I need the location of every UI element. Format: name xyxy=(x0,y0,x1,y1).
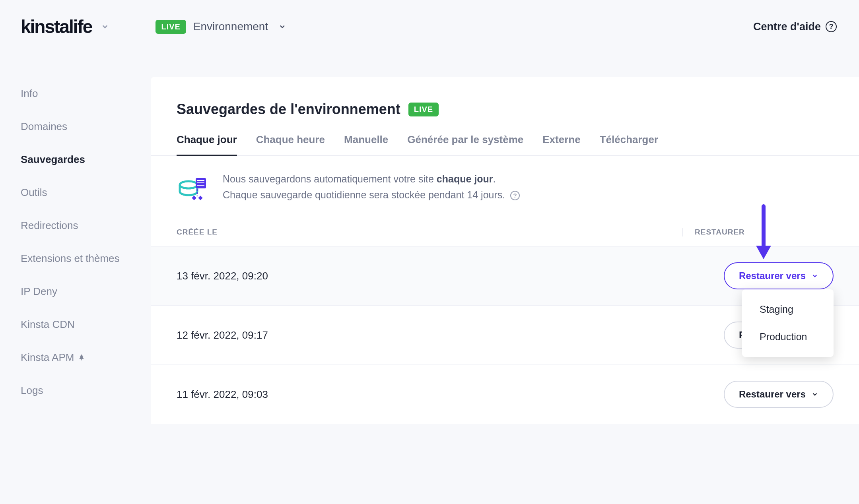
tab-chaque-jour[interactable]: Chaque jour xyxy=(177,134,237,156)
sidebar-item-redirections[interactable]: Redirections xyxy=(21,209,151,242)
backup-date: 13 févr. 2022, 09:20 xyxy=(177,270,724,282)
backup-date: 11 févr. 2022, 09:03 xyxy=(177,388,724,401)
sidebar-item-domaines[interactable]: Domaines xyxy=(21,110,151,143)
sidebar-item-label: Domaines xyxy=(21,120,67,133)
info-line2: Chaque sauvegarde quotidienne sera stock… xyxy=(223,189,505,200)
tab-externe[interactable]: Externe xyxy=(542,134,580,155)
info-text: Nous sauvegardons automatiquement votre … xyxy=(223,171,520,203)
chevron-down-icon xyxy=(811,391,818,398)
info-line1-bold: chaque jour xyxy=(437,173,493,184)
tabs: Chaque jour Chaque heure Manuelle Généré… xyxy=(151,118,859,156)
site-selector[interactable]: kinstalife xyxy=(21,16,109,37)
dropdown-item-production[interactable]: Production xyxy=(742,323,834,351)
tab-telecharger[interactable]: Télécharger xyxy=(600,134,658,155)
sidebar-item-sauvegardes[interactable]: Sauvegardes xyxy=(21,143,151,176)
svg-rect-6 xyxy=(198,196,202,200)
sidebar-item-label: Kinsta APM xyxy=(21,351,74,364)
sidebar-item-label: Kinsta CDN xyxy=(21,318,75,331)
sidebar-item-label: Logs xyxy=(21,384,43,397)
table-header: CRÉÉE LE RESTAURER xyxy=(151,218,859,246)
help-center-link[interactable]: Centre d'aide ? xyxy=(753,21,837,33)
sidebar-item-label: Outils xyxy=(21,186,47,199)
svg-marker-9 xyxy=(756,246,771,259)
restore-button-label: Restaurer vers xyxy=(739,270,806,281)
info-line1-b: . xyxy=(493,173,496,184)
tab-manuelle[interactable]: Manuelle xyxy=(344,134,388,155)
sidebar-item-kinsta-apm[interactable]: Kinsta APM xyxy=(21,341,151,374)
col-created: CRÉÉE LE xyxy=(177,228,682,236)
info-block: Nous sauvegardons automatiquement votre … xyxy=(151,156,859,218)
tab-chaque-heure[interactable]: Chaque heure xyxy=(256,134,325,155)
svg-rect-5 xyxy=(192,196,196,200)
layout: Info Domaines Sauvegardes Outils Redirec… xyxy=(0,53,859,424)
chevron-down-icon xyxy=(811,272,818,279)
backup-date: 12 févr. 2022, 09:17 xyxy=(177,329,724,341)
restore-button[interactable]: Restaurer vers xyxy=(724,381,834,408)
svg-point-0 xyxy=(180,181,197,188)
live-badge: LIVE xyxy=(155,20,186,34)
backup-icon xyxy=(177,171,208,203)
chevron-down-icon xyxy=(278,23,286,31)
restore-dropdown: Staging Production xyxy=(742,289,834,357)
backup-row: 11 févr. 2022, 09:03 Restaurer vers xyxy=(151,365,859,424)
sidebar-item-extensions[interactable]: Extensions et thèmes xyxy=(21,242,151,275)
sidebar-item-label: Info xyxy=(21,87,38,100)
sidebar-item-ip-deny[interactable]: IP Deny xyxy=(21,275,151,308)
topbar: kinstalife LIVE Environnement Centre d'a… xyxy=(0,0,859,53)
sidebar-item-kinsta-cdn[interactable]: Kinsta CDN xyxy=(21,308,151,341)
sidebar-item-label: Redirections xyxy=(21,219,78,232)
live-badge: LIVE xyxy=(408,103,439,116)
sidebar-item-label: Extensions et thèmes xyxy=(21,252,120,265)
sidebar-item-label: IP Deny xyxy=(21,285,57,298)
tree-icon xyxy=(78,351,85,364)
question-icon: ? xyxy=(826,21,837,32)
question-icon[interactable]: ? xyxy=(510,191,520,200)
col-restore: RESTAURER xyxy=(682,228,834,236)
environment-label: Environnement xyxy=(193,20,268,33)
page-heading: Sauvegardes de l'environnement LIVE xyxy=(151,101,859,118)
help-label: Centre d'aide xyxy=(753,21,821,33)
sidebar-item-info[interactable]: Info xyxy=(21,77,151,110)
info-line1-a: Nous sauvegardons automatiquement votre … xyxy=(223,173,437,184)
dropdown-item-staging[interactable]: Staging xyxy=(742,296,834,323)
sidebar-item-outils[interactable]: Outils xyxy=(21,176,151,209)
restore-button-label: Restaurer vers xyxy=(739,389,806,400)
site-name: kinstalife xyxy=(21,16,92,37)
page-title: Sauvegardes de l'environnement xyxy=(177,101,400,118)
sidebar-item-logs[interactable]: Logs xyxy=(21,374,151,407)
sidebar-item-label: Sauvegardes xyxy=(21,153,85,166)
sidebar: Info Domaines Sauvegardes Outils Redirec… xyxy=(0,53,151,424)
main-panel: Sauvegardes de l'environnement LIVE Chaq… xyxy=(151,77,859,424)
tab-systeme[interactable]: Générée par le système xyxy=(407,134,523,155)
restore-button[interactable]: Restaurer vers xyxy=(724,262,834,289)
environment-selector[interactable]: LIVE Environnement xyxy=(155,20,286,34)
backup-row: 13 févr. 2022, 09:20 Restaurer vers Stag… xyxy=(151,246,859,306)
chevron-down-icon xyxy=(101,22,109,31)
